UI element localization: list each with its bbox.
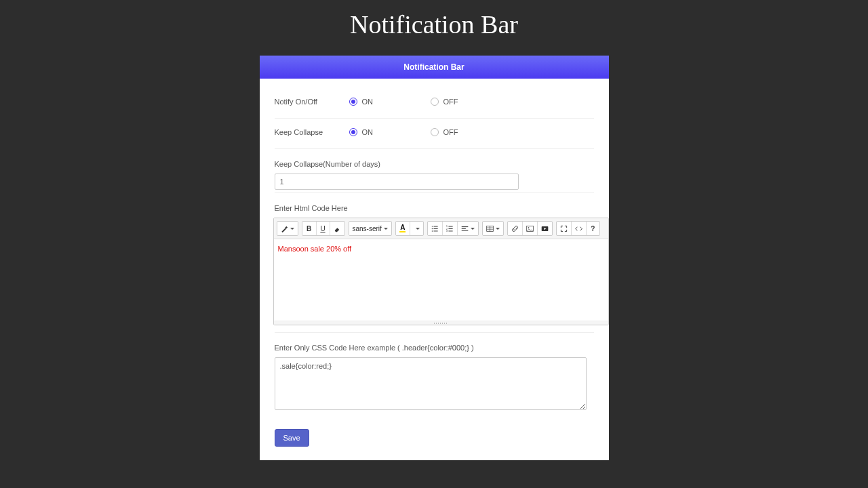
- link-icon: [511, 225, 519, 232]
- unordered-list-button[interactable]: [428, 222, 442, 235]
- svg-rect-3: [433, 228, 437, 229]
- rich-text-editor: B U sans-serif A: [273, 218, 609, 325]
- notify-off-option[interactable]: OFF: [431, 98, 512, 106]
- image-icon: [526, 225, 534, 232]
- notify-label: Notify On/Off: [275, 98, 349, 106]
- font-color-dropdown[interactable]: [410, 222, 423, 235]
- collapse-off-option[interactable]: OFF: [431, 128, 512, 136]
- editor-resize-handle[interactable]: [274, 321, 608, 325]
- panel-body: Notify On/Off ON OFF Keep Collapse ON OF…: [260, 79, 609, 460]
- svg-text:3: 3: [446, 230, 448, 232]
- collapse-on-label: ON: [362, 128, 374, 136]
- notify-on-label: ON: [362, 98, 374, 106]
- editor-toolbar: B U sans-serif A: [274, 218, 608, 239]
- help-button[interactable]: ?: [586, 222, 599, 235]
- code-view-button[interactable]: [571, 222, 586, 235]
- chevron-down-icon: [416, 228, 420, 230]
- keep-collapse-row: Keep Collapse ON OFF: [275, 119, 594, 149]
- svg-point-0: [432, 226, 433, 226]
- notify-on-option[interactable]: ON: [349, 98, 431, 106]
- collapse-days-section: Keep Collapse(Number of days): [275, 149, 594, 193]
- css-label: Enter Only CSS Code Here example ( .head…: [275, 344, 594, 352]
- radio-off-icon[interactable]: [431, 128, 439, 136]
- chevron-down-icon: [384, 228, 388, 230]
- video-button[interactable]: [537, 222, 552, 235]
- list-ul-icon: [431, 225, 439, 232]
- collapse-days-label: Keep Collapse(Number of days): [275, 160, 594, 168]
- svg-point-2: [432, 228, 433, 228]
- notify-off-label: OFF: [443, 98, 458, 106]
- svg-rect-12: [462, 226, 469, 227]
- underline-button[interactable]: U: [316, 222, 330, 235]
- panel-header: Notification Bar: [260, 56, 609, 79]
- keep-collapse-label: Keep Collapse: [275, 128, 349, 136]
- chevron-down-icon: [290, 228, 294, 230]
- clear-format-button[interactable]: [330, 222, 344, 235]
- eraser-icon: [334, 225, 341, 232]
- bold-button[interactable]: B: [302, 222, 316, 235]
- svg-rect-5: [433, 230, 437, 231]
- radio-on-icon[interactable]: [349, 128, 357, 136]
- radio-on-icon[interactable]: [349, 98, 357, 106]
- fullscreen-button[interactable]: [557, 222, 571, 235]
- picture-button[interactable]: [522, 222, 537, 235]
- font-color-button[interactable]: A: [396, 222, 410, 235]
- chevron-down-icon: [496, 228, 500, 230]
- css-section: Enter Only CSS Code Here example ( .head…: [275, 333, 594, 414]
- align-icon: [461, 225, 469, 232]
- svg-point-20: [528, 227, 529, 228]
- code-icon: [575, 225, 583, 232]
- svg-point-4: [432, 230, 433, 231]
- ordered-list-button[interactable]: 123: [442, 222, 457, 235]
- link-button[interactable]: [508, 222, 522, 235]
- radio-off-icon[interactable]: [431, 98, 439, 106]
- collapse-on-option[interactable]: ON: [349, 128, 431, 136]
- font-family-dropdown[interactable]: sans-serif: [349, 222, 391, 235]
- settings-panel: Notification Bar Notify On/Off ON OFF Ke…: [260, 56, 609, 460]
- table-dropdown[interactable]: [483, 222, 503, 235]
- svg-rect-14: [462, 230, 469, 230]
- magic-icon: [281, 225, 288, 232]
- svg-rect-11: [448, 230, 452, 231]
- svg-rect-13: [462, 228, 466, 228]
- collapse-days-input[interactable]: [275, 174, 519, 190]
- svg-rect-7: [448, 226, 452, 226]
- list-ol-icon: 123: [446, 225, 454, 232]
- notify-row: Notify On/Off ON OFF: [275, 88, 594, 119]
- fullscreen-icon: [560, 225, 568, 232]
- css-textarea[interactable]: [275, 357, 587, 410]
- chevron-down-icon: [471, 228, 475, 230]
- svg-rect-9: [448, 228, 452, 229]
- video-icon: [541, 225, 549, 232]
- html-editor-section: Enter Html Code Here B U: [275, 193, 594, 333]
- save-button[interactable]: Save: [275, 429, 309, 447]
- style-dropdown-button[interactable]: [277, 222, 298, 235]
- editor-content-area[interactable]: Mansoon sale 20% off: [274, 239, 608, 321]
- editor-text: Mansoon sale 20% off: [278, 245, 352, 253]
- paragraph-dropdown[interactable]: [457, 222, 478, 235]
- font-family-label: sans-serif: [353, 225, 382, 232]
- page-title: Notification Bar: [0, 0, 868, 43]
- svg-rect-1: [433, 226, 437, 226]
- html-editor-label: Enter Html Code Here: [275, 204, 594, 212]
- table-icon: [486, 225, 494, 232]
- collapse-off-label: OFF: [443, 128, 458, 136]
